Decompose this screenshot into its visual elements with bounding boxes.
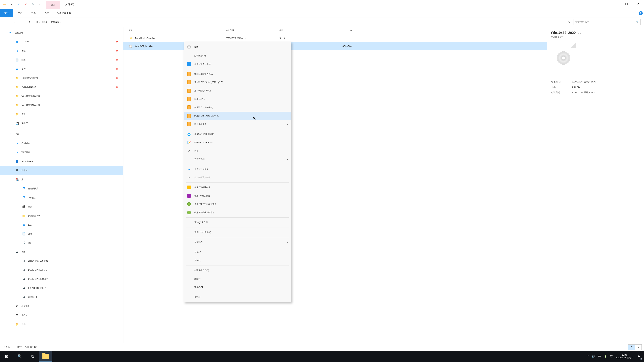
search-icon[interactable]: 🔍 — [636, 21, 639, 23]
shield-icon[interactable]: 🛡 — [610, 355, 613, 358]
col-date[interactable]: 修改日期 — [226, 29, 280, 32]
ctx-youdao[interactable]: 上传到有道云笔记 — [184, 60, 291, 68]
view-details-button[interactable]: ☰ — [628, 345, 635, 350]
tree-network[interactable]: 🖧网络 — [0, 247, 123, 256]
tree-pc2[interactable]: 🖥DESKTOP-HL0PLFL — [0, 266, 123, 275]
crumb-this-pc[interactable]: 此电脑 — [42, 21, 48, 23]
file-row[interactable]: 📁BaiduNetdiskDownload 2020/12/26, 星期六 1.… — [124, 34, 547, 42]
ctx-unlock-360[interactable]: 使用 360解除占用 — [184, 183, 291, 192]
tree-documents[interactable]: 📄文档📌 — [0, 55, 123, 64]
search-button[interactable]: 🔍 — [13, 351, 26, 362]
tree-admin[interactable]: 👤Administrator — [0, 157, 123, 166]
manage-tab[interactable]: 管理 — [46, 1, 60, 9]
ime-icon[interactable]: 中 — [598, 355, 601, 359]
task-view-button[interactable]: ⧉ — [26, 351, 39, 362]
ctx-manage-menu[interactable]: 使用 360管理右键菜单 — [184, 208, 291, 217]
ctx-send-to[interactable]: 发送到(N)▸ — [184, 238, 291, 246]
recent-dropdown[interactable]: ▾ — [19, 19, 25, 25]
tree-onedrive[interactable]: ☁OneDrive — [0, 139, 123, 148]
ctx-extract-here[interactable]: 解压到当前文件夹(X) — [184, 103, 291, 112]
ctx-cut[interactable]: 剪切(T) — [184, 248, 291, 256]
tree-control-panel[interactable]: ⚙控制面板 — [0, 302, 123, 311]
view-tab[interactable]: 查看 — [40, 9, 54, 17]
ctx-copy[interactable]: 复制(C) — [184, 256, 291, 265]
tree-pc3[interactable]: 🖥DESKTOP-LSSOEDP — [0, 275, 123, 284]
tray-chevron-up-icon[interactable]: ˄ — [587, 355, 589, 358]
ctx-fengmi[interactable]: 🌐用 蜂蜜浏览器 浏览(3) — [184, 130, 291, 138]
back-button[interactable]: ← — [3, 19, 10, 25]
battery-icon[interactable]: 🔋 — [604, 355, 607, 358]
tree-recycle[interactable]: 🗑回收站 — [0, 311, 123, 320]
search-input[interactable]: 搜索"文档 (E:)" 🔍 — [574, 19, 641, 25]
tree-documents2[interactable]: 📄文档 — [0, 229, 123, 238]
caret-icon[interactable]: ▾ — [37, 2, 42, 7]
tree-drive-e[interactable]: 💾文档 (E:) — [0, 119, 123, 128]
home-tab[interactable]: 主页 — [14, 9, 27, 17]
tree-pictures[interactable]: 🖼图片📌 — [0, 64, 123, 73]
tree-pc1[interactable]: 🖥1H4WPFQ7KZ8HU82 — [0, 256, 123, 266]
chevron-right-icon[interactable]: › — [60, 21, 61, 23]
close-button[interactable]: ✕ — [632, 0, 644, 7]
ribbon-collapse-icon[interactable]: ˅ — [630, 9, 637, 17]
ctx-burn[interactable]: 刻录光盘映像 — [184, 51, 291, 60]
clock[interactable]: 15:09 2020/12/26, 星期六 — [616, 354, 633, 359]
file-tab[interactable]: 文件 — [0, 9, 14, 17]
close-red-icon[interactable]: ✕ — [23, 2, 28, 7]
maximize-button[interactable]: ▢ — [620, 0, 632, 7]
tree-libraries[interactable]: 📚库 — [0, 175, 123, 184]
chevron-right-icon[interactable]: › — [49, 21, 50, 23]
tree-wps[interactable]: ☁WPS网盘 — [0, 148, 123, 157]
ctx-baidu[interactable]: ☁上传到百度网盘 — [184, 165, 291, 173]
ctx-shortcut[interactable]: 创建快捷方式(S) — [184, 266, 291, 275]
tree-win64[interactable]: 📁win10重装64位win10 — [0, 100, 123, 110]
tree-excel[interactable]: 📁excel表格制作求和📌 — [0, 73, 123, 82]
tree-saved-pics[interactable]: 🖼保存的图片 — [0, 184, 123, 193]
minimize-button[interactable]: — — [609, 0, 620, 7]
ctx-extract-to[interactable]: 解压到(F)... — [184, 95, 291, 103]
folder-icon[interactable]: ▬ — [2, 2, 8, 7]
tree-videos[interactable]: 🎬视频 — [0, 202, 123, 211]
ctx-other-compress[interactable]: 其他压缩命令▸ — [184, 120, 291, 128]
tree-music[interactable]: 🎵音乐 — [0, 238, 123, 247]
ctx-notepad[interactable]: 📝Edit with Notepad++ — [184, 138, 291, 147]
ctx-add-to-zip[interactable]: 添加到 "Win10x32_2020.zip" (T) — [184, 78, 291, 86]
up-button[interactable]: ↑ — [26, 19, 32, 25]
col-type[interactable]: 类型 — [280, 29, 326, 32]
notification-button[interactable]: 💬2 — [636, 354, 642, 360]
disc-tools-tab[interactable]: 光盘映像工具 — [54, 12, 74, 15]
tree-desktop[interactable]: 🖥Desktop📌 — [0, 37, 123, 46]
volume-icon[interactable]: 🔊 — [592, 355, 595, 358]
ctx-properties[interactable]: 属性(R) — [184, 293, 291, 301]
tree-camera-roll[interactable]: 🖼本机照片 — [0, 193, 123, 202]
crumb-drive[interactable]: 文档 (E:) — [51, 21, 59, 23]
breadcrumb[interactable]: 🖥 › 此电脑 › 文档 (E:) › ˅ ↻ — [34, 19, 572, 25]
ctx-open-360[interactable]: 用360压缩打开(Q) — [184, 86, 291, 95]
ctx-trojan[interactable]: 使用 360进行木马云查杀 — [184, 200, 291, 208]
ctx-restore[interactable]: 还原以前的版本(V) — [184, 228, 291, 237]
ctx-force-del[interactable]: 使用 360强力删除 — [184, 192, 291, 200]
start-button[interactable]: ⊞ — [0, 351, 13, 362]
refresh-icon[interactable]: ↻ — [568, 21, 570, 23]
forward-button[interactable]: → — [11, 19, 17, 25]
share-tab[interactable]: 共享 — [27, 9, 40, 17]
tree-tianyi[interactable]: 📁天翼云盘下载 — [0, 211, 123, 220]
tree-yunqishi[interactable]: 📁YUNQISHI2019📌 — [0, 82, 123, 91]
tree-this-pc[interactable]: 🖥此电脑 — [0, 166, 123, 175]
navigation-tree[interactable]: ★快速访问 🖥Desktop📌 ⬇下载📌 📄文档📌 🖼图片📌 📁excel表格制… — [0, 27, 124, 343]
chevron-right-icon[interactable]: › — [40, 21, 40, 23]
tree-desktop-root[interactable]: 🖥桌面 — [0, 130, 123, 139]
ctx-extract-folder[interactable]: 解压到 Win10x32_2020\ (E) — [184, 112, 291, 120]
file-list[interactable]: 名称 修改日期 类型 大小 📁BaiduNetdiskDownload 2020… — [124, 27, 547, 343]
ctx-qq-send[interactable]: 通过QQ发送到 — [184, 218, 291, 227]
ctx-open-with[interactable]: 打开方式(H)▸ — [184, 155, 291, 163]
dropdown-icon[interactable]: ▾ — [9, 2, 14, 7]
view-icons-button[interactable]: ▦ — [635, 345, 642, 350]
history-dropdown-icon[interactable]: ˅ — [566, 21, 567, 23]
ctx-delete[interactable]: 删除(D) — [184, 275, 291, 283]
tree-quick-access[interactable]: ★快速访问 — [0, 28, 123, 37]
tree-win32[interactable]: 📁win10重装32位win10 — [0, 91, 123, 100]
help-button[interactable]: ? — [637, 9, 644, 17]
tree-downloads[interactable]: ⬇下载📌 — [0, 46, 123, 55]
ctx-mount[interactable]: 装载 — [184, 43, 291, 51]
refresh-icon[interactable]: ↻ — [30, 2, 36, 7]
